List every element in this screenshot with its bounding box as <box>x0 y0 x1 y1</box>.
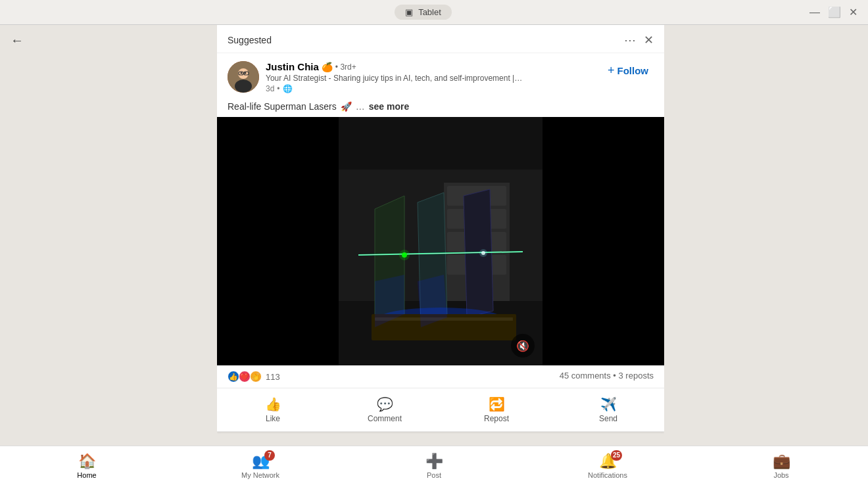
svg-point-26 <box>479 249 487 257</box>
like-button[interactable]: 👍 Like <box>217 391 329 428</box>
nav-home[interactable]: 🏠 Home <box>0 449 174 483</box>
post-content: Real-life Superman Lasers 🚀 … see more <box>217 101 664 117</box>
close-window-button[interactable]: ✕ <box>849 7 857 18</box>
right-area <box>664 25 868 485</box>
stats-separator: • <box>613 371 618 381</box>
post-main-text: Real-life Superman Lasers <box>228 101 337 112</box>
jobs-icon: 💼 <box>773 453 790 470</box>
nav-notifications[interactable]: 🔔 Notifications 25 <box>521 449 694 483</box>
reposts-count[interactable]: 3 reposts <box>619 371 654 381</box>
repost-icon: 🔁 <box>489 396 505 412</box>
author-meta: 3d • 🌐 <box>266 84 596 93</box>
post-author-section: Justin Chia 🍊 • 3rd+ Your AI Strategist … <box>217 53 664 101</box>
post-time: 3d <box>266 84 274 93</box>
celebrate-reaction: 👏 <box>250 371 262 382</box>
love-reaction: ❤️ <box>239 371 251 382</box>
home-icon: 🏠 <box>78 453 96 470</box>
action-bar: 👍 Like 💬 Comment 🔁 Repost ✈️ Send <box>217 388 664 432</box>
feed-area: Suggested ⋯ ✕ <box>217 25 664 485</box>
card-header-actions: ⋯ ✕ <box>624 33 654 47</box>
post-card: Suggested ⋯ ✕ <box>217 25 664 432</box>
more-options-button[interactable]: ⋯ <box>624 33 636 47</box>
svg-point-24 <box>399 250 410 260</box>
author-tagline: Your AI Strategist - Sharing juicy tips … <box>266 74 529 83</box>
comment-icon: 💬 <box>377 396 393 412</box>
window-title-bar: ▣ Tablet <box>395 5 452 20</box>
send-label: Send <box>599 414 617 423</box>
ellipsis: … <box>356 101 365 112</box>
author-name-row: Justin Chia 🍊 • 3rd+ <box>266 61 596 72</box>
left-area: ← <box>0 25 217 485</box>
like-icon: 👍 <box>265 396 281 412</box>
svg-point-2 <box>235 80 252 93</box>
mute-button[interactable]: 🔇 <box>511 334 535 358</box>
bottom-nav: 🏠 Home 👥 My Network 7 ➕ Post 🔔 Notificat… <box>0 446 868 485</box>
reactions: 👍 ❤️ 👏 113 <box>228 371 280 382</box>
post-stats: 👍 ❤️ 👏 113 45 comments • 3 reposts <box>217 365 664 388</box>
see-more-button[interactable]: see more <box>369 101 409 112</box>
mute-icon: 🔇 <box>516 340 529 352</box>
comments-count[interactable]: 45 comments <box>560 371 611 381</box>
network-badge: 7 <box>264 450 275 461</box>
globe-icon: 🌐 <box>283 84 293 93</box>
follow-button[interactable]: + Follow <box>602 61 654 80</box>
notifications-label: Notifications <box>588 471 627 479</box>
post-label: Post <box>427 471 441 479</box>
nav-jobs[interactable]: 💼 Jobs <box>694 449 868 483</box>
follow-label: Follow <box>617 65 649 76</box>
author-info: Justin Chia 🍊 • 3rd+ Your AI Strategist … <box>266 61 596 93</box>
send-button[interactable]: ✈️ Send <box>552 391 664 428</box>
follow-plus-icon: + <box>608 64 615 78</box>
restore-button[interactable]: ⬜ <box>828 7 841 18</box>
window-title: Tablet <box>418 7 441 17</box>
jobs-label: Jobs <box>773 471 788 479</box>
repost-label: Repost <box>484 414 509 423</box>
minimize-button[interactable]: — <box>809 7 820 18</box>
notifications-badge: 25 <box>611 450 622 461</box>
post-image-container: 🔇 <box>217 117 664 365</box>
author-emoji: 🍊 <box>322 62 333 72</box>
like-reaction: 👍 <box>228 371 239 382</box>
post-image[interactable]: 🔇 <box>339 117 542 365</box>
comment-button[interactable]: 💬 Comment <box>329 391 441 428</box>
send-icon: ✈️ <box>600 396 617 412</box>
author-degree: • 3rd+ <box>335 62 356 72</box>
back-button[interactable]: ← <box>11 33 24 48</box>
stats-right: 45 comments • 3 reposts <box>560 371 654 382</box>
post-rocket-emoji: 🚀 <box>341 101 352 112</box>
svg-point-3 <box>241 72 243 74</box>
comment-label: Comment <box>368 414 402 423</box>
like-label: Like <box>266 414 280 423</box>
network-label: My Network <box>241 471 279 479</box>
window-chrome: ▣ Tablet — ⬜ ✕ <box>0 0 868 25</box>
post-icon: ➕ <box>425 453 443 470</box>
separator-dot: • <box>277 84 279 93</box>
window-controls: — ⬜ ✕ <box>809 7 857 18</box>
card-header: Suggested ⋯ ✕ <box>217 25 664 53</box>
nav-network[interactable]: 👥 My Network 7 <box>174 449 347 483</box>
author-name[interactable]: Justin Chia <box>266 61 319 72</box>
nav-post[interactable]: ➕ Post <box>347 449 521 483</box>
dismiss-card-button[interactable]: ✕ <box>644 33 654 47</box>
post-text: Real-life Superman Lasers 🚀 … see more <box>228 101 654 112</box>
main-layout: ← Suggested ⋯ ✕ <box>0 25 868 485</box>
suggested-label: Suggested <box>228 35 272 45</box>
home-label: Home <box>77 471 96 479</box>
repost-button[interactable]: 🔁 Repost <box>441 391 552 428</box>
reaction-count: 113 <box>266 372 280 382</box>
author-avatar[interactable] <box>228 61 259 93</box>
tablet-icon: ▣ <box>405 7 413 17</box>
